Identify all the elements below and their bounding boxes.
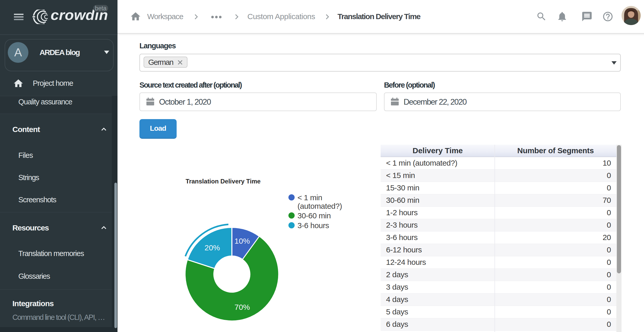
svg-text:10%: 10% [234,237,250,245]
svg-text:20%: 20% [205,243,220,252]
svg-text:70%: 70% [234,303,250,311]
